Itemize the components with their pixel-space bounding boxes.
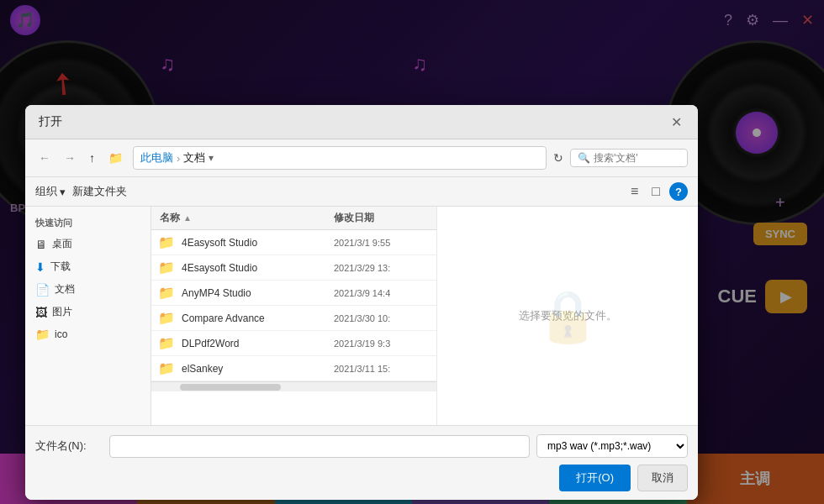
- watermark: 🔒: [536, 286, 600, 346]
- folder-icon-5: 📁: [158, 335, 175, 351]
- new-folder-button[interactable]: 新建文件夹: [72, 184, 127, 199]
- file-area: 名称 ▲ 修改日期 📁 4Easysoft Studio 2021/3/1 9:…: [151, 207, 698, 425]
- file-name-3: AnyMP4 Studio: [182, 287, 327, 299]
- breadcrumb-bar[interactable]: 此电脑 › 文档 ▾: [133, 146, 547, 170]
- sidebar-item-downloads[interactable]: ⬇ 下载: [25, 255, 151, 278]
- desktop-icon: 🖥: [35, 238, 47, 251]
- col-date-header[interactable]: 修改日期: [327, 207, 436, 229]
- dialog-body: 快速访问 🖥 桌面 ⬇ 下载 📄 文档 🖼 图片: [25, 207, 698, 425]
- breadcrumb-computer[interactable]: 此电脑: [140, 150, 173, 165]
- dialog-toolbar: 组织 ▾ 新建文件夹 ≡ □ ?: [25, 177, 698, 207]
- folder-icon-6: 📁: [158, 360, 175, 376]
- search-box[interactable]: 🔍: [570, 149, 688, 167]
- nav-folder-icon: 📁: [105, 150, 126, 166]
- ico-folder-icon: 📁: [35, 328, 50, 341]
- nav-back-button[interactable]: ←: [35, 150, 54, 166]
- file-row[interactable]: 📁 Compare Advance 2021/3/30 10:: [151, 306, 436, 331]
- nav-forward-button[interactable]: →: [61, 150, 79, 166]
- dialog-title: 打开: [39, 114, 62, 129]
- sidebar-ico-label: ico: [55, 328, 67, 340]
- file-date-4: 2021/3/30 10:: [327, 313, 436, 323]
- help-button[interactable]: ?: [669, 182, 688, 201]
- filename-label: 文件名(N):: [35, 438, 103, 454]
- pictures-icon: 🖼: [35, 306, 47, 319]
- folder-icon-4: 📁: [158, 310, 175, 326]
- file-row[interactable]: 📁 elSankey 2021/3/11 15:: [151, 356, 436, 381]
- file-date-6: 2021/3/11 15:: [327, 364, 436, 374]
- dialog-nav: ← → ↑ 📁 此电脑 › 文档 ▾ ↻ 🔍: [25, 139, 698, 177]
- file-row[interactable]: 📁 DLPdf2Word 2021/3/19 9:3: [151, 331, 436, 356]
- folder-icon-2: 📁: [158, 260, 175, 276]
- col-name-header[interactable]: 名称 ▲: [151, 207, 327, 229]
- file-date-2: 2021/3/29 13:: [327, 263, 436, 273]
- col-name-label: 名称: [160, 211, 180, 225]
- dialog-overlay: 打开 ✕ ← → ↑ 📁 此电脑 › 文档 ▾ ↻ 🔍: [0, 0, 824, 504]
- breadcrumb-docs[interactable]: 文档: [183, 150, 205, 165]
- dialog-footer: 文件名(N): mp3 wav (*.mp3;*.wav) 打开(O) 取消: [25, 425, 698, 500]
- app-background: 🎵 ? ⚙ — ✕ ➘ ♫ ♫ BPM + SYNC: [0, 0, 824, 504]
- view-grid-button[interactable]: □: [647, 182, 664, 201]
- view-list-button[interactable]: ≡: [626, 182, 642, 201]
- file-date-5: 2021/3/19 9:3: [327, 339, 436, 349]
- sidebar-downloads-label: 下载: [50, 260, 71, 274]
- sidebar-item-documents[interactable]: 📄 文档: [25, 278, 151, 301]
- dialog-close-button[interactable]: ✕: [668, 113, 684, 130]
- toolbar-left: 组织 ▾ 新建文件夹: [35, 184, 127, 199]
- toolbar-right: ≡ □ ?: [626, 182, 688, 201]
- horizontal-scrollbar[interactable]: [151, 381, 436, 391]
- file-name-6: elSankey: [182, 363, 327, 375]
- file-row[interactable]: 📁 4Easysoft Studio 2021/3/1 9:55: [151, 230, 436, 255]
- file-row[interactable]: 📁 4Esaysoft Studio 2021/3/29 13:: [151, 255, 436, 281]
- file-list-header: 名称 ▲ 修改日期: [151, 207, 436, 230]
- downloads-icon: ⬇: [35, 260, 45, 274]
- organize-button[interactable]: 组织 ▾: [35, 184, 66, 199]
- file-name-1: 4Easysoft Studio: [182, 237, 327, 249]
- file-date-3: 2021/3/9 14:4: [327, 288, 436, 298]
- filetype-select[interactable]: mp3 wav (*.mp3;*.wav): [536, 434, 688, 458]
- file-row[interactable]: 📁 AnyMP4 Studio 2021/3/9 14:4: [151, 281, 436, 306]
- scrollbar-thumb[interactable]: [180, 384, 281, 391]
- file-name-5: DLPdf2Word: [182, 338, 327, 349]
- folder-icon-3: 📁: [158, 285, 175, 301]
- sort-arrow-icon: ▲: [183, 213, 192, 223]
- filename-input[interactable]: [109, 435, 530, 458]
- sidebar-pane: 快速访问 🖥 桌面 ⬇ 下载 📄 文档 🖼 图片: [25, 207, 151, 425]
- nav-refresh-button[interactable]: ↻: [553, 151, 563, 165]
- dialog-titlebar: 打开 ✕: [25, 105, 698, 139]
- file-name-2: 4Esaysoft Studio: [182, 262, 327, 274]
- sidebar-pictures-label: 图片: [52, 305, 72, 319]
- sidebar-item-ico[interactable]: 📁 ico: [25, 323, 151, 345]
- file-list-pane: 名称 ▲ 修改日期 📁 4Easysoft Studio 2021/3/1 9:…: [151, 207, 437, 425]
- file-date-1: 2021/3/1 9:55: [327, 238, 436, 248]
- sidebar-desktop-label: 桌面: [52, 237, 72, 251]
- footer-buttons: 打开(O) 取消: [35, 465, 688, 491]
- sidebar-documents-label: 文档: [55, 282, 75, 297]
- open-button[interactable]: 打开(O): [559, 465, 631, 491]
- documents-icon: 📄: [35, 283, 50, 297]
- breadcrumb-dropdown[interactable]: ▾: [209, 152, 214, 164]
- sidebar-item-pictures[interactable]: 🖼 图片: [25, 301, 151, 323]
- folder-icon-1: 📁: [158, 234, 175, 250]
- search-input[interactable]: [594, 152, 678, 164]
- file-name-4: Compare Advance: [182, 312, 327, 324]
- organize-arrow: ▾: [60, 186, 66, 198]
- file-dialog: 打开 ✕ ← → ↑ 📁 此电脑 › 文档 ▾ ↻ 🔍: [25, 105, 698, 500]
- nav-up-button[interactable]: ↑: [86, 150, 98, 166]
- preview-pane: 🔒 选择要预览的文件。: [437, 207, 698, 425]
- breadcrumb-sep: ›: [177, 152, 180, 165]
- sidebar-section-title: 快速访问: [25, 213, 151, 233]
- organize-label: 组织: [35, 184, 57, 199]
- sidebar-item-desktop[interactable]: 🖥 桌面: [25, 233, 151, 255]
- filename-row: 文件名(N): mp3 wav (*.mp3;*.wav): [35, 434, 688, 458]
- search-icon: 🔍: [578, 152, 590, 164]
- cancel-button[interactable]: 取消: [637, 465, 688, 491]
